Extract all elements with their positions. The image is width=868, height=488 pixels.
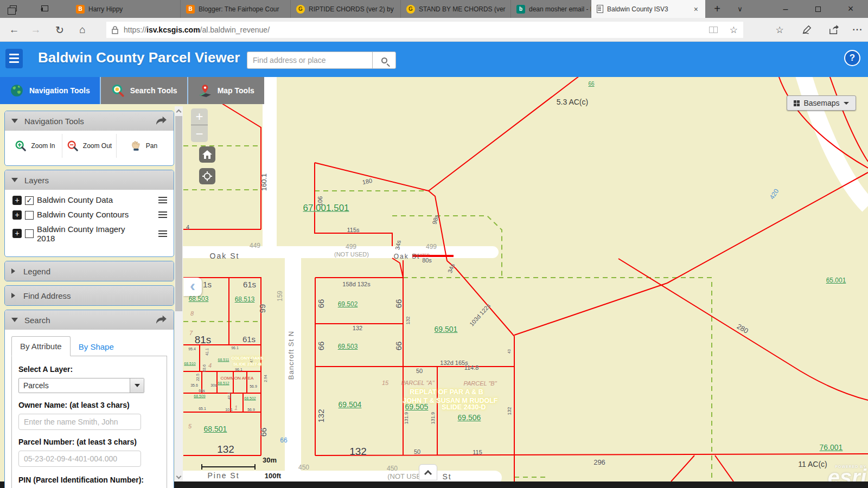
panel-share-button[interactable] — [155, 115, 167, 127]
map-home-button[interactable] — [199, 146, 215, 163]
map-label: 69.506 — [458, 414, 481, 421]
layer-select-dropdown-button[interactable] — [130, 378, 144, 393]
panel-header-legend[interactable]: Legend — [5, 261, 174, 281]
tab-navigation-tools[interactable]: Navigation Tools — [0, 77, 100, 104]
settings-more-button[interactable]: ··· — [850, 22, 866, 37]
layer-expand-button[interactable]: + — [12, 210, 22, 220]
map-label: 68.512 — [218, 381, 229, 385]
back-button[interactable]: ← — [7, 22, 22, 37]
favorites-hub-button[interactable]: ☆ — [771, 22, 788, 37]
scroll-down-button[interactable] — [175, 473, 183, 481]
scroll-up-button[interactable] — [175, 106, 183, 115]
owner-name-input[interactable] — [18, 414, 141, 430]
zoom-in-button[interactable]: Zoom In — [8, 134, 62, 158]
panel-legend: Legend — [4, 261, 174, 281]
layer-checkbox-checked[interactable]: ✓ — [25, 196, 34, 205]
attribution-expand-button[interactable] — [419, 464, 437, 480]
tab-by-attribute[interactable]: By Attribute — [11, 336, 71, 356]
tab-list-button[interactable]: ∨ — [731, 0, 749, 18]
map-label: 30m — [263, 457, 277, 464]
add-favorite-button[interactable]: ☆ — [730, 24, 738, 36]
browser-tab[interactable]: G STAND BY ME CHORDS (ver — [401, 0, 511, 18]
menu-button[interactable] — [5, 49, 23, 68]
map-label: 66 — [317, 342, 325, 351]
home-button[interactable]: ⌂ — [75, 22, 90, 37]
url-path: /al.baldwin_revenue/ — [200, 25, 270, 34]
chevron-up-icon — [176, 109, 182, 114]
expand-caret-icon — [11, 293, 18, 298]
map-label: 10.1 — [225, 408, 233, 412]
browser-tab[interactable]: B Blogger: The Fairhope Cour — [181, 0, 291, 18]
panel-header-find-address[interactable]: Find Address — [5, 286, 174, 305]
basemaps-button[interactable]: Basemaps — [787, 95, 856, 111]
panel-header-search[interactable]: Search — [5, 310, 174, 330]
map-label: 65.001 — [826, 277, 846, 284]
browser-tab[interactable]: G RIPTIDE CHORDS (ver 2) by — [291, 0, 401, 18]
new-tab-button[interactable]: + — [709, 0, 726, 18]
scrollbar-thumb[interactable] — [175, 116, 182, 311]
map-label: 66 — [394, 342, 403, 351]
map-zoom-in-button[interactable]: + — [191, 108, 208, 125]
map-label: 11 AC(c) — [798, 460, 827, 468]
sidebar-scrollbar[interactable] — [175, 106, 183, 481]
tab-search-tools[interactable]: Search Tools — [100, 77, 187, 104]
layer-expand-button[interactable]: + — [12, 196, 22, 205]
address-search-input[interactable] — [247, 52, 372, 69]
refresh-button[interactable]: ↻ — [52, 22, 67, 37]
zoom-out-button[interactable]: Zoom Out — [62, 134, 117, 158]
tab-map-tools[interactable]: Map Tools — [187, 77, 264, 104]
sidebar-collapse-button[interactable]: ‹ — [183, 278, 202, 296]
forward-button[interactable]: → — [28, 22, 43, 37]
bing-icon: b — [516, 5, 525, 14]
map-label: 4 — [208, 363, 212, 369]
window-maximize-button[interactable] — [809, 0, 827, 18]
layer-menu-button[interactable] — [158, 195, 167, 205]
parcel-number-input[interactable] — [18, 451, 141, 467]
panel-header-layers[interactable]: Layers — [5, 170, 174, 190]
layer-checkbox[interactable] — [25, 229, 34, 238]
map-label: 132 — [349, 446, 367, 457]
layer-select[interactable]: Parcels — [18, 378, 144, 393]
map-label: 69.504 — [339, 401, 362, 408]
url-scheme: https:// — [124, 25, 146, 34]
browser-tab[interactable]: B Harry Hippy — [71, 0, 181, 18]
layer-checkbox[interactable] — [25, 211, 34, 220]
map-label: SLIDE 2327-B — [233, 362, 261, 367]
map-label: REPLAT OF PAR A & B — [410, 389, 483, 396]
chevron-down-icon — [844, 102, 849, 107]
layer-menu-button[interactable] — [158, 210, 167, 220]
chevron-down-icon — [176, 473, 182, 479]
map-label: 76.001 — [820, 444, 843, 451]
set-tabs-aside-button[interactable] — [39, 4, 50, 14]
help-button[interactable]: ? — [844, 50, 860, 66]
url-field[interactable]: https://isv.kcsgis.com/al.baldwin_revenu… — [106, 22, 743, 38]
browser-tab[interactable]: b dean mosher email - Bing — [511, 0, 591, 18]
address-search-button[interactable] — [372, 52, 396, 69]
tab-preview-button[interactable] — [8, 4, 18, 14]
panel-header-navigation-tools[interactable]: Navigation Tools — [5, 111, 174, 131]
tab-by-shape[interactable]: By Shape — [71, 337, 122, 356]
layer-row: + Baldwin County Contours — [12, 210, 167, 220]
map-label: (NOT USED) — [334, 252, 369, 258]
tool-tabs: Navigation Tools Search Tools Map Tools — [0, 77, 264, 104]
pan-button[interactable]: Pan — [117, 134, 170, 158]
tab-close-button[interactable]: × — [692, 5, 700, 14]
layer-menu-button[interactable] — [158, 229, 167, 239]
panel-share-button[interactable] — [155, 314, 167, 326]
navigation-buttons: Zoom In Zoom Out Pan — [5, 131, 174, 165]
window-close-button[interactable]: × — [842, 0, 859, 18]
address-search — [247, 52, 396, 69]
browser-tab-active[interactable]: Baldwin County ISV3 × — [591, 0, 705, 18]
map-label: 22.5 — [196, 374, 200, 381]
map-label: Bancroft St N — [288, 331, 295, 380]
map-label: 132 — [317, 409, 325, 422]
web-notes-button[interactable] — [799, 22, 815, 37]
reading-view-icon[interactable] — [709, 27, 718, 33]
map-locate-button[interactable] — [199, 168, 215, 184]
map-zoom-out-button[interactable]: − — [191, 125, 208, 142]
layer-row: + Baldwin County Imagery 2018 — [12, 224, 167, 243]
map-label: COLONY OAKS — [231, 356, 263, 361]
layer-expand-button[interactable]: + — [12, 229, 22, 238]
share-button[interactable] — [826, 22, 842, 37]
window-minimize-button[interactable]: – — [777, 0, 794, 18]
